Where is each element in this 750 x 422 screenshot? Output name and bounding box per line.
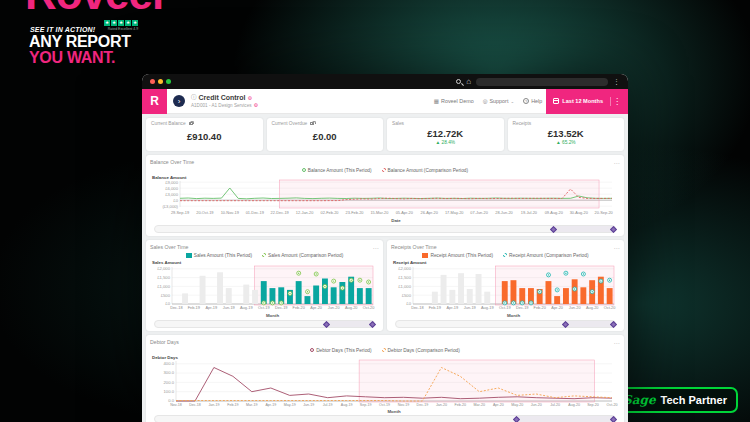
svg-text:Sep-19: Sep-19: [360, 403, 372, 407]
dashboard-title-block: ⓘ Credit Control ⚙ A1D001 - A1 Design Se…: [191, 94, 258, 108]
sidebar-expand-button[interactable]: ›: [173, 95, 185, 107]
maximize-window-button[interactable]: [166, 79, 171, 84]
card-menu-icon[interactable]: ⋯: [614, 244, 621, 251]
sales-range-slider[interactable]: [154, 320, 375, 328]
see-it-in-action-text: SEE IT IN ACTION!: [30, 26, 95, 33]
svg-text:Month: Month: [387, 409, 400, 414]
svg-text:Oct-19: Oct-19: [258, 305, 270, 310]
chevron-down-icon: ⌄: [510, 99, 514, 104]
svg-text:£1,000: £1,000: [157, 284, 170, 289]
legend-swatch-icon: [422, 253, 428, 258]
legend-item[interactable]: Receipt Amount (This Period): [422, 253, 493, 258]
svg-text:02-Feb-20: 02-Feb-20: [321, 210, 340, 215]
receipts-over-time-svg: £2,000£1,500£1,000£500£0Dec-18Feb-19Apr-…: [391, 259, 620, 319]
svg-text:Feb-20: Feb-20: [455, 403, 466, 407]
minimize-window-button[interactable]: [158, 79, 163, 84]
svg-text:Apr-20: Apr-20: [310, 305, 323, 310]
svg-text:Dec-18: Dec-18: [189, 403, 201, 407]
sales-chart: £2,000£1,500£1,000£500£0Dec-18Feb-19Apr-…: [150, 259, 379, 319]
help-menu[interactable]: ? Help: [523, 98, 542, 104]
svg-text:Feb-19: Feb-19: [188, 305, 200, 310]
browser-menu-icon[interactable]: ⋮: [613, 78, 620, 85]
mid-charts-row: Sales Over Time ⋯ Sales Amount (This Per…: [146, 240, 624, 331]
svg-text:Jun-19: Jun-19: [303, 403, 314, 407]
svg-text:Dec-19: Dec-19: [275, 305, 288, 310]
kpi-value: £910.40: [151, 131, 258, 142]
kpi-label: Receipts: [513, 121, 532, 126]
slider-handle[interactable]: [610, 416, 617, 422]
dashboard-settings-icon[interactable]: ⚙: [248, 95, 252, 101]
dashboard-title: Credit Control: [199, 94, 246, 101]
svg-text:Aug-19: Aug-19: [240, 305, 253, 310]
rating-caption: Rated Excellent 4.9: [103, 27, 143, 31]
sage-tech-partner-badge: Sage Tech Partner: [612, 387, 738, 413]
card-menu-icon[interactable]: ⋯: [614, 339, 621, 346]
chart-legend: Receipt Amount (This Period)Receipt Amou…: [391, 251, 620, 259]
legend-item[interactable]: Balance Amount (This Period): [302, 168, 372, 173]
card-title: Debtor Days: [150, 339, 179, 345]
svg-text:Receipt Amount: Receipt Amount: [393, 260, 427, 265]
trustpilot-stars: ★★★★★: [104, 20, 138, 26]
roveel-demo-menu[interactable]: ▦ Roveel Demo: [434, 98, 474, 104]
home-icon[interactable]: ⌂: [466, 78, 471, 86]
roveel-app-logo[interactable]: R: [142, 89, 167, 114]
info-icon[interactable]: ⓘ: [191, 94, 197, 101]
legend-item[interactable]: Debtor Days (Comparison Period): [382, 348, 460, 353]
receipts-range-slider[interactable]: [395, 320, 616, 328]
url-address-bar[interactable]: [476, 78, 608, 86]
debtor-range-slider[interactable]: [154, 415, 616, 422]
svg-text:400.0: 400.0: [164, 361, 175, 366]
card-menu-icon[interactable]: ⋯: [614, 159, 621, 166]
svg-text:Dec-19: Dec-19: [417, 403, 429, 407]
svg-text:Month: Month: [266, 313, 279, 318]
debtor-days-svg: 400.0300.0200.0100.00.0Nov-18Dec-18Jan-1…: [150, 354, 620, 414]
help-label: Help: [531, 98, 542, 104]
close-window-button[interactable]: [150, 79, 155, 84]
svg-text:Dec-18: Dec-18: [411, 305, 424, 310]
balance-range-slider[interactable]: [154, 225, 616, 233]
svg-text:12-Jan-20: 12-Jan-20: [296, 210, 314, 215]
svg-text:Mar-20: Mar-20: [474, 403, 485, 407]
svg-text:£500: £500: [161, 293, 171, 298]
svg-text:Debtor Days: Debtor Days: [152, 355, 178, 360]
svg-text:30-Aug-20: 30-Aug-20: [570, 210, 589, 215]
svg-text:Apr-20: Apr-20: [551, 305, 564, 310]
kpi-card-receipts: Receipts£13.52K▲ 65.2%: [508, 118, 625, 151]
svg-text:01-Dec-19: 01-Dec-19: [246, 210, 264, 215]
slider-selected-range: [328, 321, 374, 327]
kpi-delta: ▲ 28.4%: [392, 140, 499, 145]
card-menu-icon[interactable]: ⋯: [373, 244, 380, 251]
svg-text:Oct-19: Oct-19: [379, 403, 390, 407]
kpi-delta: ▲ 65.2%: [513, 140, 620, 145]
legend-item[interactable]: Balance Amount (Comparison Period): [382, 168, 469, 173]
star-icon: ★: [104, 20, 110, 26]
legend-item[interactable]: Sales Amount (This Period): [186, 253, 252, 258]
legend-item[interactable]: Sales Amount (Comparison Period): [262, 253, 343, 258]
svg-text:Sales Amount: Sales Amount: [152, 260, 182, 265]
svg-text:£6,000: £6,000: [165, 186, 178, 191]
demo-label: Roveel Demo: [441, 98, 474, 104]
legend-item[interactable]: Receipt Amount (Comparison Period): [503, 253, 588, 258]
svg-text:Aug-19: Aug-19: [481, 305, 494, 310]
legend-item[interactable]: Debtor Days (This Period): [310, 348, 371, 353]
svg-text:£3,000: £3,000: [165, 192, 178, 197]
company-subtitle: A1D001 - A1 Design Services: [191, 103, 252, 108]
svg-text:09-Aug-20: 09-Aug-20: [545, 210, 564, 215]
svg-text:29-Sep-19: 29-Sep-19: [171, 210, 189, 215]
kpi-card-sales: Sales£12.72K▲ 28.4%: [387, 118, 504, 151]
period-menu-icon[interactable]: ⋮: [610, 97, 623, 106]
svg-text:Jan-20: Jan-20: [436, 403, 447, 407]
svg-text:£1,500: £1,500: [398, 275, 411, 280]
company-settings-icon[interactable]: ⚙: [254, 102, 258, 108]
svg-text:Feb-20: Feb-20: [534, 305, 547, 310]
search-icon[interactable]: [456, 79, 461, 84]
svg-text:£1,000: £1,000: [398, 284, 411, 289]
svg-text:Jul-19: Jul-19: [323, 403, 333, 407]
kpi-value: £13.52K: [513, 128, 620, 139]
slider-selected-range: [567, 321, 615, 327]
debtor-chart: 400.0300.0200.0100.00.0Nov-18Dec-18Jan-1…: [150, 354, 620, 414]
kpi-card-current-overdue: Current Overdue£0.00: [267, 118, 384, 151]
kpi-row: Current Balance£910.40Current Overdue£0.…: [146, 118, 624, 151]
support-menu[interactable]: ◎ Support ⌄: [483, 98, 514, 104]
period-button[interactable]: Last 12 Months: [553, 98, 603, 104]
